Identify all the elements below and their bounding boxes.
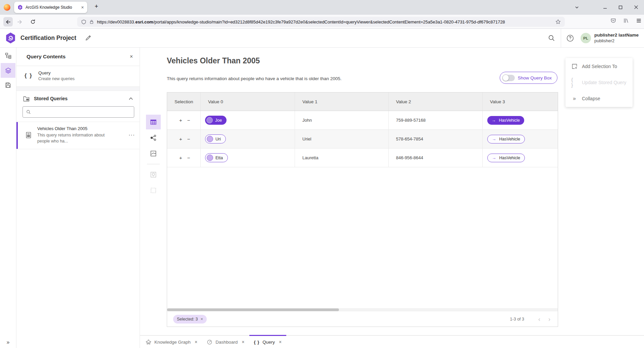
table-empty-area	[167, 167, 558, 308]
cell-value1: Uriel	[295, 130, 389, 148]
panel-close-icon[interactable]: ×	[130, 54, 133, 59]
toggle-track[interactable]	[502, 75, 515, 81]
close-tab-icon[interactable]: ×	[242, 339, 244, 345]
page-description: This query returns information about peo…	[167, 76, 342, 81]
left-rail: »	[0, 48, 16, 348]
project-title: Certification Project	[20, 35, 76, 42]
remove-from-selection-button[interactable]: −	[187, 117, 190, 123]
window-minimize-button[interactable]	[601, 5, 609, 11]
map-overview-button[interactable]	[146, 167, 161, 182]
show-query-box-label: Show Query Box	[518, 75, 552, 80]
back-button[interactable]	[3, 17, 13, 26]
tab-close-icon[interactable]: ×	[81, 5, 84, 10]
menu-item-add-selection-to[interactable]: Add Selection To	[565, 58, 633, 74]
edit-title-button[interactable]	[85, 35, 91, 41]
table-row: + − Joe John 759-889-57168 →	[167, 111, 558, 130]
tab-query[interactable]: { } Query ×	[249, 336, 287, 348]
table-view-button[interactable]	[146, 115, 161, 129]
library-icon[interactable]	[622, 18, 630, 25]
link-chart-view-button[interactable]	[146, 130, 161, 145]
close-tab-icon[interactable]: ×	[279, 339, 282, 345]
entity-chip[interactable]: Joe	[205, 116, 227, 125]
horizontal-scrollbar[interactable]	[167, 308, 558, 311]
column-header-value3: Value 3	[483, 93, 558, 111]
arrow-right-icon: →	[492, 137, 496, 141]
window-maximize-button[interactable]	[616, 5, 625, 11]
braces-icon: { }	[254, 340, 260, 345]
cell-value1: Lauretta	[295, 149, 389, 167]
table-footer: Selected: 3 × 1-3 of 3 ‹ ›	[167, 311, 558, 327]
tab-dashboard[interactable]: Dashboard ×	[202, 336, 249, 348]
scrollbar-thumb[interactable]	[167, 308, 339, 311]
remove-from-selection-button[interactable]: −	[187, 155, 190, 161]
help-button[interactable]	[561, 29, 579, 47]
menu-item-update-stored-query: { } Update Stored Query	[565, 74, 633, 91]
relationship-chip[interactable]: → HasVehicle	[487, 154, 525, 162]
new-tab-button[interactable]: +	[95, 3, 98, 10]
column-header-selection: Selection	[167, 93, 201, 111]
show-query-box-toggle[interactable]: Show Query Box	[500, 72, 557, 84]
url-bar[interactable]: https://dev0028833.esri.com/portal/apps/…	[77, 17, 565, 27]
add-to-selection-button[interactable]: +	[179, 155, 182, 161]
search-input[interactable]	[34, 110, 131, 115]
lock-icon[interactable]	[89, 19, 94, 24]
chevron-up-icon[interactable]	[129, 97, 133, 100]
table-row: + − Etta Lauretta 846-956-8644 →	[167, 149, 558, 167]
stored-queries-search[interactable]	[22, 106, 134, 118]
add-to-selection-button[interactable]: +	[179, 117, 182, 123]
tracking-shield-icon[interactable]	[81, 19, 86, 24]
user-role: publisher2	[594, 38, 639, 44]
arrow-right-icon: →	[492, 118, 496, 123]
forward-button[interactable]	[15, 17, 24, 26]
more-options-icon[interactable]: ···	[129, 132, 135, 138]
add-to-selection-button[interactable]: +	[179, 136, 182, 142]
toggle-knob[interactable]	[502, 74, 509, 81]
user-avatar[interactable]: PL	[581, 33, 591, 43]
entity-chip[interactable]: Etta	[205, 153, 228, 162]
braces-icon: { }	[24, 72, 33, 79]
remove-from-selection-button[interactable]: −	[187, 136, 190, 142]
arrow-right-icon: →	[492, 156, 496, 160]
stored-query-icon	[26, 132, 32, 138]
close-tab-icon[interactable]: ×	[195, 339, 197, 345]
bookmark-star-icon[interactable]	[555, 19, 561, 24]
app-body: » Query Contents × { } Query Create new …	[0, 48, 644, 348]
browser-tab[interactable]: ArcGIS Knowledge Studio ×	[14, 2, 87, 13]
page-title: Vehicles Older Than 2005	[167, 56, 260, 65]
stored-queries-header[interactable]: Stored Queries	[16, 91, 140, 106]
menu-item-collapse[interactable]: » Collapse	[565, 91, 633, 107]
braces-icon: { }	[571, 77, 578, 88]
panel-section-gap	[16, 87, 140, 91]
window-close-button[interactable]	[632, 5, 640, 11]
expand-rail-button[interactable]: »	[0, 339, 16, 345]
entity-node-icon	[206, 117, 213, 123]
table-icon	[150, 119, 157, 125]
clear-selection-icon[interactable]: ×	[201, 316, 203, 322]
rail-data-model-button[interactable]	[1, 48, 15, 63]
search-button[interactable]	[543, 29, 561, 47]
reload-button[interactable]	[28, 17, 38, 26]
user-name: publisher2 lastName	[594, 33, 639, 38]
rail-save-button[interactable]	[1, 78, 15, 93]
hamburger-menu-icon[interactable]	[634, 18, 643, 25]
user-info[interactable]: publisher2 lastName publisher2	[594, 33, 644, 44]
selected-count-chip[interactable]: Selected: 3 ×	[173, 315, 207, 324]
url-text: https://dev0028833.esri.com/portal/apps/…	[97, 19, 552, 24]
map-view-button[interactable]	[146, 146, 161, 161]
new-query-item[interactable]: { } Query Create new queries	[16, 66, 140, 87]
previous-page-button[interactable]: ‹	[538, 316, 540, 322]
pencil-icon	[85, 35, 91, 41]
tab-knowledge-graph[interactable]: Knowledge Graph ×	[141, 336, 202, 348]
tab-list-chevron-icon[interactable]	[573, 5, 581, 11]
next-page-button[interactable]: ›	[548, 316, 550, 322]
firefox-icon[interactable]	[4, 4, 10, 11]
stored-query-item[interactable]: Vehicles Older Than 2005 This query retu…	[16, 122, 140, 149]
rail-layers-button[interactable]	[1, 63, 15, 78]
relationship-chip[interactable]: → HasVehicle	[487, 135, 525, 143]
stored-query-title: Vehicles Older Than 2005	[37, 126, 123, 131]
pocket-icon[interactable]	[609, 18, 617, 25]
knowledge-graph-icon	[146, 339, 151, 345]
relationship-chip[interactable]: → HasVehicle	[487, 116, 524, 125]
entity-chip[interactable]: Uri	[205, 134, 226, 143]
select-area-button[interactable]	[146, 183, 161, 198]
